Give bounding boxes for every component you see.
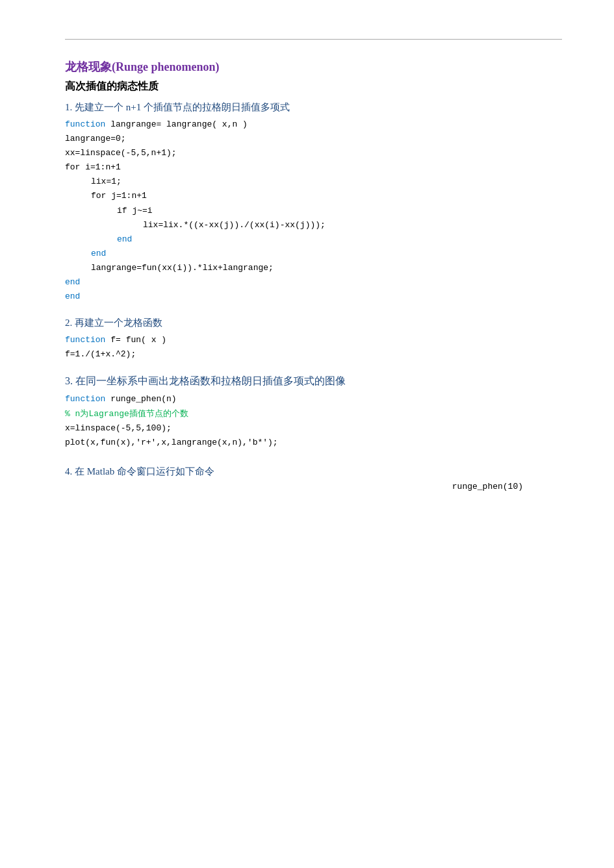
top-divider	[65, 39, 562, 40]
page-title: 龙格现象(Runge phenomenon)	[65, 59, 562, 75]
code-line-3: xx=linspace(-5,5,n+1);	[65, 146, 562, 160]
kw-function-3: function	[65, 394, 105, 404]
code-line-2: langrange=0;	[65, 132, 562, 146]
section-2-text: 再建立一个龙格函数	[75, 317, 162, 328]
section-3-heading: 3. 在同一坐标系中画出龙格函数和拉格朗日插值多项式的图像	[65, 375, 562, 388]
section-1: 1. 先建立一个 n+1 个插值节点的拉格朗日插值多项式 function la…	[65, 101, 562, 304]
code-line-s2-1: function f= fun( x )	[65, 333, 562, 347]
code-line-5: lix=1;	[65, 175, 562, 189]
kw-function-1: function	[65, 119, 105, 129]
section-3: 3. 在同一坐标系中画出龙格函数和拉格朗日插值多项式的图像 function r…	[65, 375, 562, 449]
code-line-10: end	[65, 247, 562, 261]
section-1-heading: 1. 先建立一个 n+1 个插值节点的拉格朗日插值多项式	[65, 101, 562, 114]
code-line-s3-3: x=linspace(-5,5,100);	[65, 421, 562, 436]
section-4: 4. 在 Matlab 命令窗口运行如下命令 runge_phen(10)	[65, 465, 562, 491]
section-1-text: 先建立一个 n+1 个插值节点的拉格朗日插值多项式	[75, 102, 290, 112]
section-1-code: function langrange= langrange( x,n ) lan…	[65, 118, 562, 304]
code-line-s3-4: plot(x,fun(x),'r+',x,langrange(x,n),'b*'…	[65, 436, 562, 450]
section-2: 2. 再建立一个龙格函数 function f= fun( x ) f=1./(…	[65, 317, 562, 362]
code-line-9: end	[65, 232, 562, 247]
kw-end-2: end	[91, 249, 106, 258]
section-1-num: 1.	[65, 102, 72, 112]
section-3-code: function runge_phen(n) % n为Lagrange插值节点的…	[65, 392, 562, 449]
kw-end-4: end	[65, 291, 80, 301]
section-2-code: function f= fun( x ) f=1./(1+x.^2);	[65, 333, 562, 362]
section-2-num: 2.	[65, 317, 72, 328]
section-4-text: 在 Matlab 命令窗口运行如下命令	[75, 466, 214, 477]
code-line-13: end	[65, 290, 562, 304]
code-line-6: for j=1:n+1	[65, 189, 562, 203]
code-line-8: lix=lix.*((x-xx(j))./(xx(i)-xx(j)));	[65, 218, 562, 232]
code-line-s3-2: % n为Lagrange插值节点的个数	[65, 407, 562, 421]
code-line-s3-1: function runge_phen(n)	[65, 392, 562, 406]
kw-function-2: function	[65, 335, 105, 345]
page-container: 龙格现象(Runge phenomenon) 高次插值的病态性质 1. 先建立一…	[0, 0, 614, 543]
section-3-text: 在同一坐标系中画出龙格函数和拉格朗日插值多项式的图像	[75, 375, 346, 386]
comment-1: % n为Lagrange插值节点的个数	[65, 409, 188, 419]
section-4-command: runge_phen(10)	[65, 482, 562, 491]
section-4-num: 4.	[65, 466, 72, 477]
code-line-12: end	[65, 275, 562, 290]
kw-end-1: end	[117, 234, 132, 244]
section-4-heading: 4. 在 Matlab 命令窗口运行如下命令	[65, 465, 562, 478]
kw-end-3: end	[65, 277, 80, 287]
code-line-1: function langrange= langrange( x,n )	[65, 118, 562, 132]
code-line-s2-2: f=1./(1+x.^2);	[65, 347, 562, 362]
section-2-heading: 2. 再建立一个龙格函数	[65, 317, 562, 329]
code-line-11: langrange=fun(xx(i)).*lix+langrange;	[65, 261, 562, 275]
page-subtitle: 高次插值的病态性质	[65, 80, 562, 93]
section-3-num: 3.	[65, 375, 73, 386]
code-line-4: for i=1:n+1	[65, 160, 562, 175]
code-line-7: if j~=i	[65, 204, 562, 218]
